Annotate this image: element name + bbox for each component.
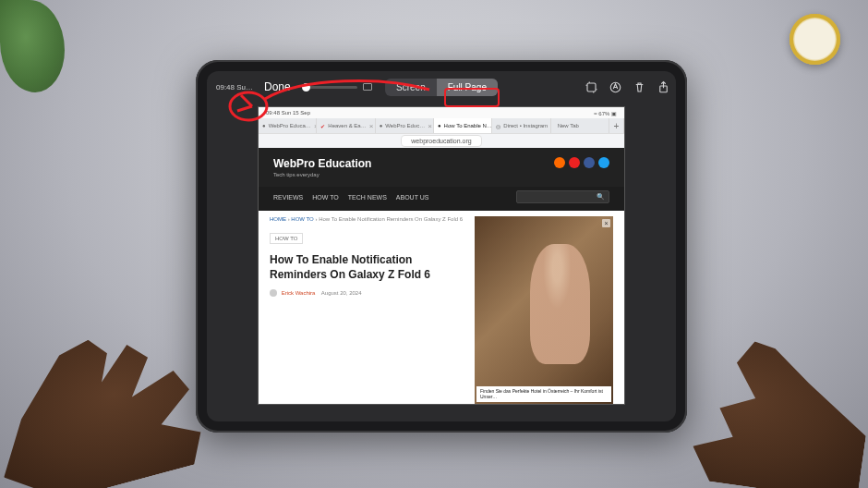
tab-full-page[interactable]: Full Page xyxy=(437,79,498,96)
close-icon[interactable]: × xyxy=(428,122,432,130)
capture-mode-toggle: Screen Full Page xyxy=(385,79,498,96)
safari-status-bar: 09:48 Sun 15 Sep ≈ 67% ▣ xyxy=(259,107,624,118)
plus-icon: + xyxy=(613,121,620,131)
done-button[interactable]: Done xyxy=(260,79,295,95)
preview-area: 09:48 Sun 15 Sep ≈ 67% ▣ ●WebPro Educa…×… xyxy=(207,103,676,421)
nav-about[interactable]: ABOUT US xyxy=(396,194,429,201)
full-page-preview[interactable]: 09:48 Sun 15 Sep ≈ 67% ▣ ●WebPro Educa…×… xyxy=(258,106,625,405)
webpage-content: WebPro Education Tech tips everyday RE xyxy=(259,148,624,404)
nav-howto[interactable]: HOW TO xyxy=(312,194,339,201)
editor-topbar: 09:48 Su… Done Screen Full Page xyxy=(207,71,676,103)
article-body: HOME › HOW TO › How To Enable Notificati… xyxy=(259,211,624,404)
article-author[interactable]: Erick Wachira xyxy=(282,290,316,296)
social-icon[interactable] xyxy=(598,157,609,168)
tab-screen[interactable]: Screen xyxy=(385,79,437,96)
ad-close-icon[interactable]: × xyxy=(602,219,610,227)
article-title: How To Enable Notification Reminders On … xyxy=(270,253,464,282)
site-header: WebPro Education Tech tips everyday xyxy=(259,148,624,187)
editor-right-icons xyxy=(584,79,670,94)
safari-tab-2[interactable]: ●WebPro Educ…× xyxy=(376,118,434,133)
social-icon[interactable] xyxy=(554,157,565,168)
article-main: HOME › HOW TO › How To Enable Notificati… xyxy=(270,216,464,404)
ipad-screen: 09:48 Su… Done Screen Full Page 09:48 Su… xyxy=(207,71,676,421)
breadcrumb: HOME › HOW TO › How To Enable Notificati… xyxy=(270,216,464,222)
ad-caption: Finden Sie das Perfekte Hotel in Österre… xyxy=(476,386,611,402)
svg-rect-0 xyxy=(587,83,596,92)
site-subtitle: Tech tips everyday xyxy=(273,172,371,177)
crumb-category[interactable]: HOW TO xyxy=(291,216,313,222)
clock-decor xyxy=(790,14,840,65)
sidebar-ad[interactable]: × Finden Sie das Perfekte Hotel in Öster… xyxy=(475,216,613,404)
site-title[interactable]: WebPro Education xyxy=(273,157,371,170)
safari-status-left: 09:48 Sun 15 Sep xyxy=(266,110,310,116)
safari-tab-1[interactable]: ✔Heaven & Ea…× xyxy=(317,118,375,133)
nav-reviews[interactable]: REVIEWS xyxy=(273,194,303,201)
safari-tabs: ●WebPro Educa…× ✔Heaven & Ea…× ●WebPro E… xyxy=(259,118,624,134)
safari-status-right: ≈ 67% ▣ xyxy=(594,110,617,116)
article-meta: Erick Wachira August 20, 2024 xyxy=(270,289,464,297)
share-icon[interactable] xyxy=(656,79,670,94)
plant-decor xyxy=(0,0,65,92)
site-nav-row: REVIEWS HOW TO TECH NEWS ABOUT US 🔍 xyxy=(259,187,624,211)
category-badge[interactable]: HOW TO xyxy=(270,233,303,244)
delete-icon[interactable] xyxy=(632,79,646,94)
ipad-device: 09:48 Su… Done Screen Full Page 09:48 Su… xyxy=(196,60,687,433)
social-icon[interactable] xyxy=(584,157,595,168)
social-icons xyxy=(554,157,609,168)
crumb-home[interactable]: HOME xyxy=(270,216,286,222)
search-input[interactable] xyxy=(521,194,595,200)
site-search[interactable]: 🔍 xyxy=(516,190,609,203)
nav-technews[interactable]: TECH NEWS xyxy=(348,194,387,201)
safari-tab-0[interactable]: ●WebPro Educa…× xyxy=(259,118,317,133)
safari-tab-3[interactable]: ●How To Enable N…× xyxy=(434,118,492,133)
site-nav: REVIEWS HOW TO TECH NEWS ABOUT US xyxy=(273,194,428,201)
opacity-slider[interactable] xyxy=(306,83,372,91)
ad-figure xyxy=(530,244,590,364)
close-icon[interactable]: × xyxy=(369,122,374,130)
safari-tab-5[interactable]: New Tab xyxy=(551,118,609,133)
markup-icon[interactable] xyxy=(608,79,622,94)
ipad-status-time: 09:48 Su… xyxy=(216,83,253,92)
slider-track[interactable] xyxy=(306,86,357,89)
safari-tab-4[interactable]: ◎Direct • Instagram× xyxy=(492,118,550,133)
avatar xyxy=(270,289,277,297)
social-icon[interactable] xyxy=(569,157,580,168)
url-text[interactable]: webproeducation.org xyxy=(401,135,481,147)
safari-address-bar[interactable]: webproeducation.org xyxy=(259,134,624,148)
crop-icon[interactable] xyxy=(584,79,598,94)
article-date: August 20, 2024 xyxy=(321,290,362,296)
crumb-title: How To Enable Notification Reminders On … xyxy=(319,216,463,222)
safari-new-tab[interactable]: + xyxy=(609,118,624,133)
slider-device-icon xyxy=(363,83,372,91)
search-icon[interactable]: 🔍 xyxy=(597,193,605,201)
